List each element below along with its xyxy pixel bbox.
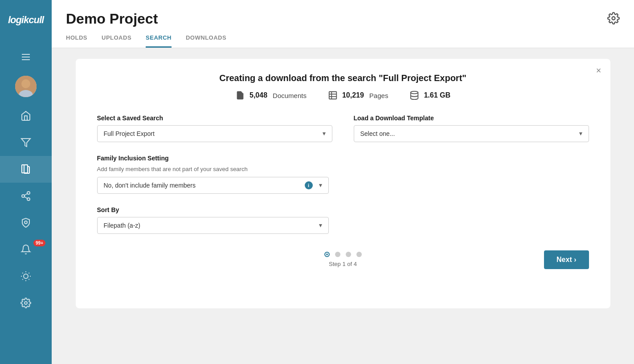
step-dot-2 (335, 252, 340, 257)
home-icon (20, 110, 31, 121)
sidebar-item-shield[interactable] (0, 209, 52, 236)
stat-documents: 5,048 Documents (235, 90, 307, 100)
svg-line-21 (22, 279, 23, 279)
family-inclusion-select[interactable]: No, don't include family members (97, 177, 329, 194)
storage-icon (409, 90, 419, 100)
modal-footer: Step 1 of 4 Next › (97, 252, 589, 267)
sidebar: logikcull (0, 0, 52, 364)
dots-row (324, 252, 362, 257)
sidebar-item-notifications[interactable]: 99+ (0, 236, 52, 263)
step-dot-3 (346, 252, 351, 257)
svg-point-29 (411, 91, 418, 94)
sidebar-item-inbox[interactable] (0, 129, 52, 156)
main-content: Demo Project HOLDS UPLOADS SEARCH DOWNLO… (52, 0, 634, 364)
nav-tabs: HOLDS UPLOADS SEARCH DOWNLOADS (66, 34, 620, 48)
sidebar-item-share[interactable] (0, 183, 52, 209)
notifications-badge: 99+ (33, 240, 45, 246)
settings-icon (20, 298, 31, 308)
collapse-icon (20, 52, 31, 62)
download-template-group: Load a Download Template Select one... ▼ (354, 115, 589, 142)
download-template-wrapper: Select one... ▼ (354, 125, 589, 142)
download-template-select[interactable]: Select one... (354, 125, 589, 142)
svg-point-13 (25, 221, 27, 224)
svg-point-9 (22, 195, 25, 197)
svg-line-18 (29, 279, 29, 279)
page-header: Demo Project HOLDS UPLOADS SEARCH DOWNLO… (52, 0, 634, 48)
svg-line-17 (22, 273, 23, 273)
logo-text: logikcull (8, 14, 44, 26)
saved-search-select[interactable]: Full Project Export (97, 125, 332, 142)
saved-search-wrapper: Full Project Export ▼ (97, 125, 332, 142)
sidebar-item-collapse[interactable] (0, 44, 52, 70)
stat-pages: 10,219 Pages (328, 90, 388, 100)
download-template-label: Load a Download Template (354, 115, 589, 122)
avatar-image (15, 76, 37, 97)
sort-by-wrapper: Filepath (a-z) ▼ (97, 217, 329, 234)
sun-icon (20, 271, 31, 282)
svg-line-22 (29, 273, 29, 273)
tab-search[interactable]: SEARCH (146, 34, 172, 48)
sidebar-item-documents[interactable] (0, 156, 52, 183)
document-icon (235, 90, 245, 100)
share-icon (20, 191, 31, 201)
tab-downloads[interactable]: DOWNLOADS (186, 34, 226, 48)
size-value: 1.61 GB (424, 91, 450, 99)
svg-point-4 (21, 79, 30, 88)
step-indicator: Step 1 of 4 (324, 252, 362, 267)
svg-line-11 (25, 197, 28, 199)
tab-uploads[interactable]: UPLOADS (102, 34, 131, 48)
inbox-icon (20, 137, 31, 148)
svg-rect-7 (22, 165, 28, 173)
gear-settings-button[interactable] (607, 12, 620, 26)
documents-label: Documents (273, 92, 307, 99)
sidebar-item-settings[interactable] (0, 290, 52, 316)
tab-holds[interactable]: HOLDS (66, 34, 87, 48)
page-title: Demo Project (66, 11, 158, 27)
svg-rect-25 (329, 92, 337, 99)
svg-point-10 (27, 198, 30, 200)
form-row-1: Select a Saved Search Full Project Expor… (97, 115, 589, 142)
bell-icon (20, 244, 31, 255)
modal-stats: 5,048 Documents 10,219 Pages (97, 90, 589, 100)
svg-point-14 (24, 274, 28, 278)
shield-icon (20, 217, 31, 228)
step-dot-4 (356, 252, 362, 257)
sidebar-item-home[interactable] (0, 102, 52, 129)
header-top: Demo Project (66, 11, 620, 27)
close-button[interactable]: × (596, 66, 601, 75)
avatar[interactable] (15, 76, 37, 97)
sort-by-group: Sort By Filepath (a-z) ▼ (97, 206, 329, 234)
avatar-svg (15, 76, 37, 97)
svg-point-8 (27, 192, 30, 194)
svg-marker-6 (21, 139, 30, 147)
saved-search-group: Select a Saved Search Full Project Expor… (97, 115, 332, 142)
family-inclusion-label: Family Inclusion Setting (97, 155, 589, 162)
sort-by-select[interactable]: Filepath (a-z) (97, 217, 329, 234)
pages-icon (328, 90, 338, 100)
svg-point-24 (612, 16, 615, 20)
svg-line-12 (25, 194, 28, 196)
step-dot-1 (324, 252, 330, 257)
saved-search-label: Select a Saved Search (97, 115, 332, 122)
pages-count: 10,219 (342, 91, 364, 99)
step-label: Step 1 of 4 (329, 261, 357, 267)
modal-title: Creating a download from the search "Ful… (97, 73, 589, 83)
content-area: × Creating a download from the search "F… (52, 48, 634, 364)
next-button[interactable]: Next › (544, 250, 589, 269)
pages-label: Pages (369, 92, 389, 99)
modal-card: × Creating a download from the search "F… (76, 59, 610, 308)
sidebar-item-sun[interactable] (0, 263, 52, 290)
sort-by-label: Sort By (97, 206, 329, 213)
svg-point-23 (25, 302, 27, 304)
modal-header: Creating a download from the search "Ful… (97, 73, 589, 100)
sidebar-navigation: 99+ (0, 40, 52, 364)
family-inclusion-sublabel: Add family members that are not part of … (97, 165, 589, 173)
family-inclusion-wrapper: No, don't include family members i ▼ (97, 177, 329, 194)
documents-count: 5,048 (250, 91, 267, 99)
documents-icon (20, 164, 31, 175)
sidebar-logo: logikcull (0, 0, 52, 40)
gear-icon (607, 12, 620, 25)
family-inclusion-group: Family Inclusion Setting Add family memb… (97, 155, 589, 194)
stat-size: 1.61 GB (409, 90, 450, 100)
